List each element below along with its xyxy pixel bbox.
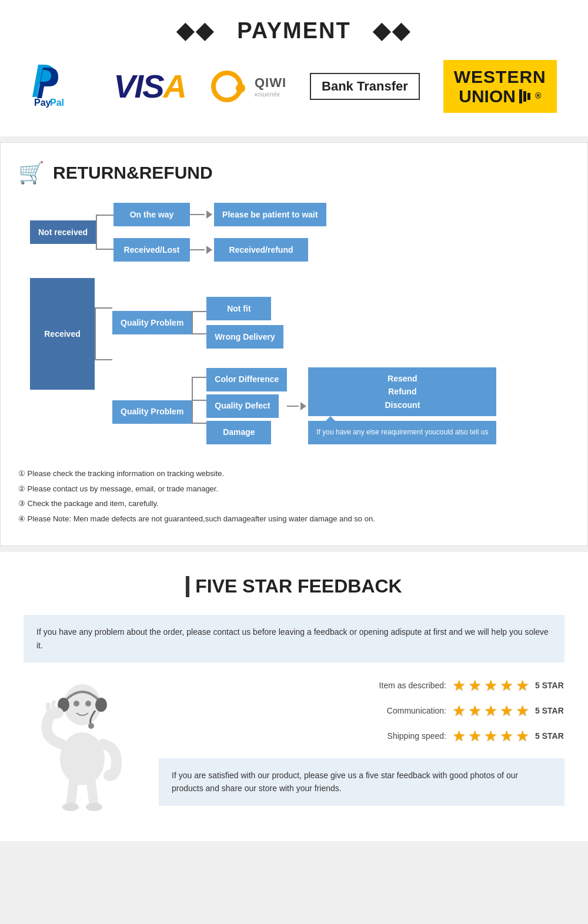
robot-figure [24, 677, 141, 812]
refund-section: 🛒 RETURN&REFUND Not received On the way [0, 142, 588, 546]
item-stars: ★ ★ ★ ★ ★ [452, 677, 529, 695]
wu-bars-icon [519, 89, 530, 103]
star-4: ★ [500, 727, 513, 745]
star-1: ★ [452, 727, 466, 745]
star-5: ★ [516, 727, 529, 745]
svg-text:Pal: Pal [50, 98, 64, 108]
arrow-to-resend-icon [300, 402, 306, 410]
svg-point-3 [236, 83, 245, 93]
damage-branch: Damage [206, 421, 287, 444]
star-3: ★ [484, 702, 497, 720]
resend-refund-box: ResendRefundDiscount [308, 367, 496, 416]
svg-point-6 [95, 698, 107, 712]
star-2: ★ [468, 677, 482, 695]
if-you-have-box: If you have any else reaquirement youcou… [308, 421, 496, 444]
svg-point-7 [88, 723, 94, 729]
qiwi-logo: QIWI кошелёк [209, 68, 286, 106]
star-3: ★ [484, 727, 497, 745]
not-fit-box: Not fit [206, 297, 271, 320]
star-3: ★ [484, 677, 497, 695]
quality-defect-branch: Quality Defect [206, 394, 287, 418]
not-received-branches: On the way Please be patient to wait Rec… [113, 203, 326, 262]
refund-notes: ① Please check the tracking information … [18, 468, 570, 524]
feedback-top-message: If you have any problem about the order,… [24, 615, 564, 662]
shipping-speed-row: Shipping speed: ★ ★ ★ ★ ★ 5 STAR [370, 727, 564, 745]
svg-point-8 [60, 732, 105, 785]
diamonds-left: ◆◆ [176, 18, 215, 43]
communication-row: Communication: ★ ★ ★ ★ ★ 5 STAR [370, 702, 564, 720]
quality-bottom-branch: Quality Problem Color Difference [112, 379, 496, 444]
star-5: ★ [516, 677, 529, 695]
note-1: ① Please check the tracking information … [18, 468, 570, 480]
svg-point-11 [62, 803, 79, 811]
svg-point-13 [74, 701, 79, 707]
quality-top-branch: Quality Problem Not fit [112, 297, 496, 349]
star-4: ★ [500, 677, 513, 695]
resolution-boxes: ResendRefundDiscount If you have any els… [308, 367, 496, 444]
quality-branches: Quality Problem Not fit [112, 278, 496, 444]
payment-title: ◆◆ PAYMENT ◆◆ [24, 18, 564, 43]
please-wait-box: Please be patient to wait [214, 203, 326, 226]
quality-2-sub-branches: Color Difference Quality Defect Damage [206, 368, 287, 444]
svg-point-14 [85, 701, 91, 707]
received-lost-box: Received/Lost [113, 238, 190, 262]
not-fit-branch: Not fit [206, 297, 283, 320]
communication-stars: ★ ★ ★ ★ ★ [452, 702, 529, 720]
wrong-delivery-box: Wrong Delivery [206, 325, 283, 349]
svg-point-12 [86, 803, 102, 811]
received-lost-branch: Received/Lost Received/refund [113, 238, 326, 262]
on-the-way-branch: On the way Please be patient to wait [113, 203, 326, 226]
star-2: ★ [468, 702, 482, 720]
feedback-title: FIVE STAR FEEDBACK [24, 575, 564, 597]
star-2: ★ [468, 727, 482, 745]
flow-diagram: Not received On the way [18, 203, 570, 456]
feedback-main: Item as described: ★ ★ ★ ★ ★ 5 STAR Comm… [24, 677, 564, 812]
feedback-right: Item as described: ★ ★ ★ ★ ★ 5 STAR Comm… [159, 677, 564, 806]
shipping-stars: ★ ★ ★ ★ ★ [452, 727, 529, 745]
feedback-section: FIVE STAR FEEDBACK If you have any probl… [0, 552, 588, 841]
quality-defect-box: Quality Defect [206, 394, 278, 418]
arrow-icon-2 [206, 246, 212, 254]
item-as-described-row: Item as described: ★ ★ ★ ★ ★ 5 STAR [370, 677, 564, 695]
paypal-logo: Pay Pal [31, 62, 90, 111]
cart-icon: 🛒 [18, 160, 45, 185]
received-flow: Received Quality Problem [30, 278, 564, 444]
quality-1-sub-branches: Not fit Wrong Delivery [206, 297, 283, 349]
bank-transfer-logo: Bank Transfer [310, 73, 420, 100]
star-1: ★ [452, 677, 466, 695]
star-1: ★ [452, 702, 466, 720]
not-received-flow: Not received On the way [30, 203, 564, 262]
damage-box: Damage [206, 421, 271, 444]
visa-logo: VISA [113, 70, 186, 103]
svg-point-10 [103, 769, 118, 781]
quality-problem-1-box: Quality Problem [112, 311, 192, 334]
quality-problem-2-box: Quality Problem [112, 400, 192, 424]
note-2: ② Please contact us by message, email, o… [18, 483, 570, 495]
color-diff-branch: Color Difference [206, 368, 287, 391]
note-3: ③ Check the package and item, carefully. [18, 498, 570, 510]
star-4: ★ [500, 702, 513, 720]
wrong-delivery-branch: Wrong Delivery [206, 325, 283, 349]
title-bar-icon [186, 576, 189, 597]
received-refund-box: Received/refund [214, 238, 308, 262]
diamonds-right: ◆◆ [373, 18, 412, 43]
arrow-icon [206, 210, 212, 219]
not-received-box: Not received [30, 220, 96, 244]
svg-text:Pay: Pay [34, 98, 51, 108]
note-4: ④ Please Note: Men made defects are not … [18, 513, 570, 525]
on-the-way-box: On the way [113, 203, 190, 226]
color-difference-box: Color Difference [206, 368, 287, 391]
star-ratings: Item as described: ★ ★ ★ ★ ★ 5 STAR Comm… [159, 677, 564, 745]
payment-section: ◆◆ PAYMENT ◆◆ Pay Pal VISA [0, 0, 588, 136]
star-5: ★ [516, 702, 529, 720]
feedback-bottom-message: If you are satisfied with our product, p… [159, 758, 564, 806]
received-box: Received [30, 278, 95, 390]
western-union-logo: WESTERN UNION ® [443, 60, 557, 113]
refund-title: 🛒 RETURN&REFUND [18, 160, 570, 185]
payment-logos: Pay Pal VISA QIWI кошелёк Bank Transfer [24, 60, 564, 113]
